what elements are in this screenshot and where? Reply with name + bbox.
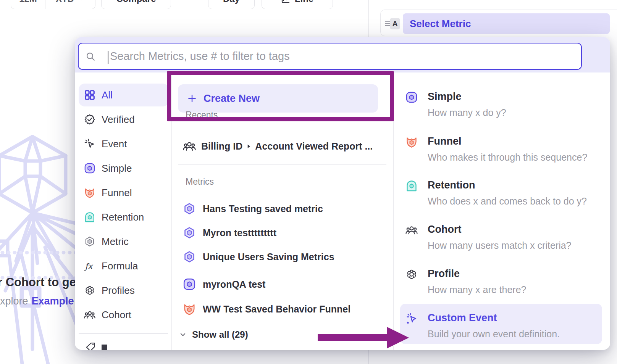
type-retention-desc: Who does x and comes back to do y? — [428, 196, 587, 207]
query-builder-card: A Select Metric — [380, 10, 617, 36]
simple-metric-icon — [183, 278, 196, 291]
search-input-container[interactable] — [78, 43, 582, 70]
example-link[interactable]: Example — [32, 295, 74, 307]
type-profile[interactable]: Profile — [428, 268, 460, 280]
sidebar-item-label: Retention — [102, 211, 144, 223]
metric-item-name: Unique Users Saving Metrics — [203, 251, 334, 263]
show-all-button[interactable]: Show all (29) — [179, 327, 248, 342]
profiles-icon — [405, 268, 418, 280]
metric-item-name: myronQA test — [203, 279, 265, 290]
retention-icon — [84, 211, 95, 223]
series-letter-badge: A — [390, 18, 400, 29]
sidebar-item-funnel[interactable]: Funnel — [79, 182, 169, 203]
custom-event-icon — [405, 312, 418, 325]
saved-metric-icon — [183, 226, 196, 239]
metric-list-item[interactable]: Hans Testing saved metric — [183, 200, 323, 217]
sidebar-item-event[interactable]: Event — [79, 133, 169, 155]
type-profile-desc: How many x are there? — [428, 284, 526, 295]
type-funnel-desc: Who makes it through this sequence? — [428, 152, 587, 163]
sidebar-item-label: Event — [102, 138, 127, 150]
granularity-button[interactable]: Day — [208, 0, 255, 9]
profiles-icon — [84, 285, 95, 296]
date-range-group: 12M XTD — [11, 0, 95, 9]
type-cohort[interactable]: Cohort — [428, 224, 461, 235]
saved-metric-icon — [183, 250, 196, 263]
type-custom-event[interactable]: Custom Event — [428, 312, 497, 324]
metric-list-item[interactable]: Unique Users Saving Metrics — [183, 248, 334, 265]
sidebar-item-label: Simple — [102, 163, 132, 174]
type-retention[interactable]: Retention — [428, 179, 475, 191]
sidebar-item-retention[interactable]: Retention — [79, 206, 169, 228]
app-window: 12M XTD Compare Day Line A Select Metric — [0, 0, 617, 364]
recent-item-name: Account Viewed Report ... — [255, 141, 373, 152]
metric-list-item[interactable]: WW Test Saved Behavior Funnel — [183, 301, 350, 317]
range-12m-label: 12M — [19, 0, 37, 4]
select-metric-button[interactable]: Select Metric — [403, 13, 610, 34]
type-custom-event-desc: Build your own event definition. — [428, 329, 560, 340]
simple-metric-icon — [405, 91, 418, 103]
annotation-highlight-box — [167, 71, 394, 121]
sidebar-item-label: Metric — [102, 236, 129, 248]
sidebar-item-label: Verified — [102, 114, 135, 126]
cohort-icon — [183, 140, 196, 153]
sidebar-item-profiles[interactable]: Profiles — [79, 280, 169, 301]
sidebar-item-simple[interactable]: Simple — [79, 158, 169, 179]
recent-item-prefix: Billing ID — [201, 141, 242, 152]
sidebar-item-label: Cohort — [102, 309, 131, 321]
cohort-icon — [405, 224, 418, 236]
sidebar-item-all[interactable]: All — [79, 84, 169, 106]
range-xtd-button[interactable]: XTD — [45, 0, 95, 9]
granularity-label: Day — [223, 0, 240, 4]
metric-list-item[interactable]: Myron testtttttttt — [183, 224, 276, 241]
grid-icon — [84, 89, 95, 101]
empty-state-headline: r Cohort to ge — [0, 275, 76, 289]
chevron-down-icon — [78, 0, 85, 2]
range-12m-button[interactable]: 12M — [11, 0, 45, 9]
metric-item-name: Hans Testing saved metric — [203, 203, 323, 214]
saved-metric-icon — [183, 202, 196, 215]
search-icon — [86, 52, 96, 62]
compare-button[interactable]: Compare — [101, 0, 171, 9]
metric-item-name: Myron testtttttttt — [203, 227, 276, 238]
metrics-section-label: Metrics — [186, 177, 214, 187]
chart-type-button[interactable]: Line — [262, 0, 333, 9]
empty-state-subline: xplore Example — [0, 295, 80, 307]
chevron-down-icon — [179, 330, 187, 339]
metric-item-name: WW Test Saved Behavior Funnel — [203, 304, 350, 315]
sidebar-item-verified[interactable]: Verified — [79, 109, 169, 130]
recent-item-billing[interactable]: Billing ID Account Viewed Report ... — [183, 138, 373, 155]
simple-metric-icon — [84, 163, 95, 174]
caret-right-icon — [246, 143, 252, 149]
sidebar-item-metric[interactable]: Metric — [79, 231, 169, 252]
cohort-icon — [84, 309, 95, 321]
metrics-section-divider — [178, 164, 386, 165]
sidebar-item-cohort[interactable]: Cohort — [79, 304, 169, 325]
type-funnel[interactable]: Funnel — [428, 135, 462, 147]
retention-icon — [405, 180, 418, 192]
empty-state-illustration — [0, 126, 76, 364]
recent-item-text: Billing ID Account Viewed Report ... — [201, 141, 373, 152]
type-simple[interactable]: Simple — [428, 91, 462, 103]
sidebar-item-formula[interactable]: Formula — [79, 255, 169, 277]
funnel-icon — [84, 187, 95, 198]
compare-label: Compare — [116, 0, 156, 4]
sidebar-section-divider — [79, 333, 168, 334]
clipped-tag-row — [102, 345, 107, 350]
sidebar-item-label: Funnel — [102, 187, 132, 199]
search-input[interactable] — [110, 43, 568, 69]
tag-icon — [85, 341, 96, 350]
subline-prefix: xplore — [0, 295, 28, 307]
chart-type-label: Line — [295, 0, 313, 4]
funnel-icon — [405, 136, 418, 148]
line-chart-icon — [281, 0, 290, 3]
metric-hexagon-icon — [84, 236, 95, 247]
funnel-icon — [183, 303, 196, 316]
text-caret — [108, 51, 108, 64]
range-xtd-label: XTD — [56, 0, 74, 4]
sidebar-item-label: All — [102, 89, 113, 101]
type-simple-desc: How many x do y? — [428, 107, 506, 118]
sidebar-item-label: Profiles — [102, 285, 135, 296]
search-band — [75, 37, 610, 72]
metric-list-item[interactable]: myronQA test — [183, 276, 265, 293]
annotation-arrow — [316, 324, 415, 352]
